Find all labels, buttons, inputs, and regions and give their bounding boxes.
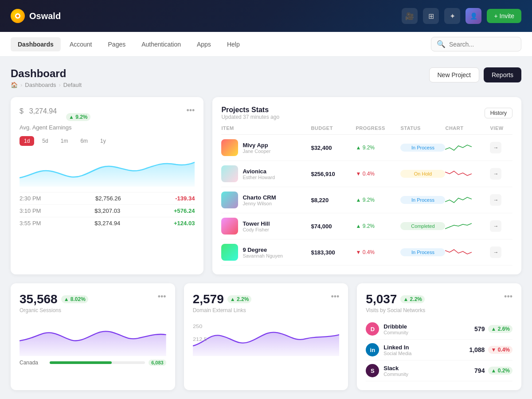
page-title: Dashboard	[11, 67, 82, 80]
social-list: D Dribbble Community 579 ▲ 2.6% in	[366, 319, 512, 381]
bottom-row: 35,568 ▲ 8.02% Organic Sessions •••	[11, 283, 521, 390]
header-buttons: New Project Reports	[429, 67, 522, 82]
table-row: Tower Hill Cody Fisher $74,000 ▲ 9.2% Co…	[221, 213, 512, 239]
page-header: Dashboard 🏠 › Dashboards › Default New P…	[11, 67, 521, 88]
view-btn-mivy[interactable]: →	[490, 142, 501, 153]
view-btn-9degree[interactable]: →	[490, 246, 501, 258]
social-networks-card: 5,037 ▲ 2.2% Visits by Social Networks •…	[357, 283, 521, 390]
app-name: Oswald	[29, 11, 61, 21]
top-bar: Oswald 🎥 ⊞ ✦ 👤 + Invite	[0, 0, 532, 32]
search-input[interactable]	[449, 41, 516, 48]
domain-number: 2,579	[193, 292, 224, 306]
project-info-mivy: Mivy App Jane Cooper	[221, 139, 311, 156]
projects-subtitle: Updated 37 minutes ago	[221, 114, 279, 120]
logo-area: Oswald	[11, 9, 61, 23]
home-icon: 🏠	[11, 82, 18, 88]
map-data: Canada 6,083	[20, 360, 166, 366]
logo-icon	[11, 9, 25, 23]
data-row-3: 3:55 PM $3,274.94 +124.03	[20, 217, 195, 229]
projects-header: Projects Stats Updated 37 minutes ago Hi…	[221, 106, 512, 120]
th-progress: PROGRESS	[356, 125, 400, 131]
avatar[interactable]: 👤	[466, 8, 481, 24]
project-thumb-mivy	[221, 139, 238, 156]
breadcrumb-dashboards: Dashboards	[25, 82, 56, 88]
grid-icon[interactable]: ⊞	[423, 8, 439, 24]
more-icon[interactable]: •••	[186, 106, 195, 115]
earnings-info: $ 3,274.94 ▲ 9.2% Avg. Agent Earnings	[20, 106, 90, 131]
project-thumb-avionica	[221, 165, 238, 182]
domain-more-icon[interactable]: •••	[331, 292, 339, 301]
project-info-tower: Tower Hill Cody Fisher	[221, 218, 311, 235]
breadcrumb-default: Default	[63, 82, 82, 88]
earnings-amount-row: $ 3,274.94 ▲ 9.2%	[20, 106, 90, 122]
view-btn-charto[interactable]: →	[490, 194, 501, 206]
time-tab-1m[interactable]: 1m	[56, 136, 73, 146]
table-row: Charto CRM Jenny Wilson $8,220 ▲ 9.2% In…	[221, 187, 512, 213]
organic-number: 35,568	[20, 292, 58, 306]
nav-bar: Dashboards Account Pages Authentication …	[0, 32, 532, 57]
data-row-2: 3:10 PM $3,207.03 +576.24	[20, 204, 195, 217]
earnings-amount: $ 3,274.94	[20, 106, 63, 122]
th-budget: BUDGET	[311, 125, 356, 131]
projects-stats-card: Projects Stats Updated 37 minutes ago Hi…	[212, 97, 521, 274]
domain-links-card: 2,579 ▲ 2.2% Domain External Links •••	[184, 283, 348, 390]
time-tabs: 1d 5d 1m 6m 1y	[20, 136, 195, 146]
main-content: Dashboard 🏠 › Dashboards › Default New P…	[0, 57, 532, 399]
table-row: Mivy App Jane Cooper $32,400 ▲ 9.2% In P…	[221, 135, 512, 161]
nav-item-help[interactable]: Help	[220, 37, 247, 51]
history-button[interactable]: History	[485, 108, 512, 118]
earnings-badge: ▲ 9.2%	[66, 113, 90, 121]
time-tab-6m[interactable]: 6m	[76, 136, 92, 146]
breadcrumb: 🏠 › Dashboards › Default	[11, 82, 82, 88]
view-btn-tower[interactable]: →	[490, 220, 501, 232]
nav-item-authentication[interactable]: Authentication	[134, 37, 188, 51]
project-thumb-charto	[221, 192, 238, 208]
social-item-dribbble: D Dribbble Community 579 ▲ 2.6%	[366, 319, 512, 340]
time-tab-5d[interactable]: 5d	[38, 136, 52, 146]
earnings-chart	[20, 151, 195, 187]
nav-item-dashboards[interactable]: Dashboards	[11, 37, 61, 51]
nav-item-apps[interactable]: Apps	[190, 37, 218, 51]
th-status: STATUS	[400, 125, 445, 131]
table-row: Avionica Esther Howard $256,910 ▼ 0.4% O…	[221, 161, 512, 187]
th-view: VIEW	[490, 125, 512, 131]
camera-icon[interactable]: 🎥	[402, 8, 418, 24]
search-box: 🔍	[431, 37, 521, 51]
organic-more-icon[interactable]: •••	[158, 292, 166, 301]
earnings-label: Avg. Agent Earnings	[20, 124, 90, 131]
top-right-actions: 🎥 ⊞ ✦ 👤 + Invite	[402, 8, 521, 24]
project-info-charto: Charto CRM Jenny Wilson	[221, 192, 311, 208]
sparkline-tower	[445, 221, 490, 231]
earnings-card: $ 3,274.94 ▲ 9.2% Avg. Agent Earnings ••…	[11, 97, 203, 274]
time-tab-1y[interactable]: 1y	[96, 136, 110, 146]
dribbble-icon: D	[366, 322, 379, 336]
nav-items: Dashboards Account Pages Authentication …	[11, 37, 247, 51]
organic-badge: ▲ 8.02%	[61, 295, 88, 303]
project-thumb-9degree	[221, 244, 238, 261]
svg-text:212.5: 212.5	[193, 336, 207, 342]
earnings-header: $ 3,274.94 ▲ 9.2% Avg. Agent Earnings ••…	[20, 106, 195, 131]
table-row: 9 Degree Savannah Nguyen $183,300 ▼ 0.4%…	[221, 239, 512, 266]
share-icon[interactable]: ✦	[444, 8, 460, 24]
sparkline-avionica	[445, 168, 490, 179]
new-project-button[interactable]: New Project	[429, 67, 479, 82]
invite-button[interactable]: + Invite	[487, 9, 521, 23]
projects-title: Projects Stats	[221, 106, 279, 114]
reports-button[interactable]: Reports	[484, 67, 521, 82]
domain-label: Domain External Links	[193, 307, 252, 313]
time-tab-1d[interactable]: 1d	[20, 136, 34, 146]
organic-label: Organic Sessions	[20, 307, 88, 313]
th-chart: CHART	[445, 125, 490, 131]
sparkline-charto	[445, 195, 490, 205]
cards-row: $ 3,274.94 ▲ 9.2% Avg. Agent Earnings ••…	[11, 97, 521, 274]
domain-chart: 250 212.5	[193, 321, 340, 356]
social-badge: ▲ 2.2%	[400, 295, 425, 303]
th-item: ITEM	[221, 125, 311, 131]
domain-badge: ▲ 2.2%	[227, 295, 252, 303]
view-btn-avionica[interactable]: →	[490, 168, 501, 180]
sparkline-mivy	[445, 142, 490, 153]
nav-item-account[interactable]: Account	[63, 37, 99, 51]
social-number: 5,037	[366, 292, 397, 306]
nav-item-pages[interactable]: Pages	[101, 37, 133, 51]
social-more-icon[interactable]: •••	[504, 292, 512, 301]
